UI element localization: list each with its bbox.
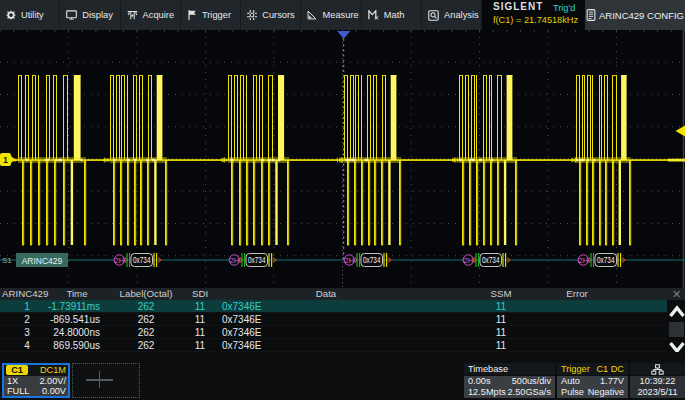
svg-text:ARINC429: ARINC429 [22, 256, 63, 266]
svg-text:1: 1 [3, 155, 8, 165]
svg-text:2H: 2H [230, 256, 240, 265]
svg-text:2H: 2H [345, 256, 355, 265]
svg-text:2H: 2H [464, 256, 474, 265]
svg-text:2H: 2H [579, 256, 589, 265]
svg-text:0x734: 0x734 [133, 255, 151, 265]
svg-text:0x734: 0x734 [482, 255, 500, 265]
svg-text:0x734: 0x734 [597, 255, 615, 265]
svg-text:0x734: 0x734 [363, 255, 381, 265]
svg-text:S1: S1 [2, 256, 12, 265]
svg-text:0x734: 0x734 [248, 255, 266, 265]
svg-text:2H: 2H [115, 256, 125, 265]
